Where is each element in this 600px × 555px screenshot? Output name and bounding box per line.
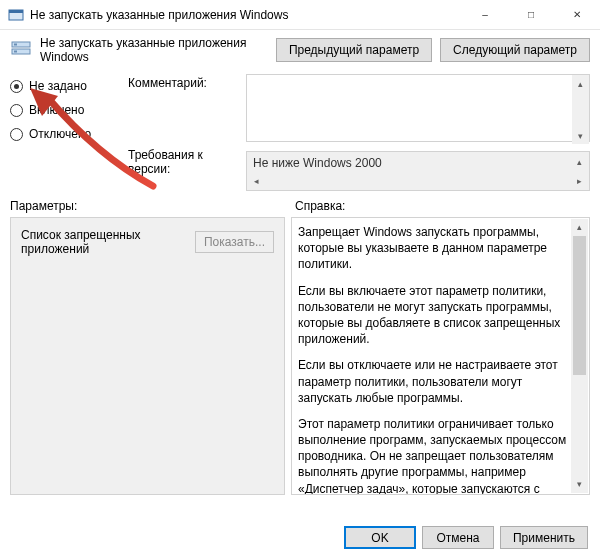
radio-disabled[interactable]: Отключено xyxy=(10,122,120,146)
show-list-button: Показать... xyxy=(195,231,274,253)
comment-label: Комментарий: xyxy=(128,74,238,98)
previous-setting-button[interactable]: Предыдущий параметр xyxy=(276,38,432,62)
cancel-button[interactable]: Отмена xyxy=(422,526,494,549)
app-icon xyxy=(8,7,24,23)
scrollbar[interactable]: ▴ ▾ xyxy=(571,219,588,493)
scroll-down-icon: ▾ xyxy=(572,127,589,144)
help-paragraph: Запрещает Windows запускать программы, к… xyxy=(298,224,569,273)
svg-rect-1 xyxy=(9,10,23,13)
scrollbar[interactable]: ▴ ▾ xyxy=(572,75,589,144)
ok-button[interactable]: OK xyxy=(344,526,416,549)
radio-dot-icon xyxy=(10,80,23,93)
scroll-up-icon: ▴ xyxy=(571,153,588,170)
policy-icon xyxy=(10,39,32,61)
radio-label: Включено xyxy=(29,103,84,117)
policy-title: Не запускать указанные приложения Window… xyxy=(40,36,268,64)
requirements-label: Требования к версии: xyxy=(128,146,238,170)
radio-label: Отключено xyxy=(29,127,91,141)
help-panel: Запрещает Windows запускать программы, к… xyxy=(291,217,590,495)
next-setting-button[interactable]: Следующий параметр xyxy=(440,38,590,62)
scroll-down-icon: ▾ xyxy=(571,476,588,493)
help-paragraph: Если вы отключаете или не настраиваете э… xyxy=(298,357,569,406)
scroll-left-icon: ◂ xyxy=(248,172,265,189)
help-paragraph: Если вы включаете этот параметр политики… xyxy=(298,283,569,348)
window-title: Не запускать указанные приложения Window… xyxy=(30,8,462,22)
requirements-value: Не ниже Windows 2000 xyxy=(253,156,382,170)
help-paragraph: Этот параметр политики ограничивает толь… xyxy=(298,416,569,495)
blocked-apps-list-label: Список запрещенных приложений xyxy=(21,228,185,256)
help-label: Справка: xyxy=(295,199,345,213)
svg-rect-5 xyxy=(14,51,17,53)
minimize-button[interactable]: – xyxy=(462,0,508,29)
scrollbar-horizontal[interactable]: ◂ ▸ xyxy=(248,172,588,189)
radio-dot-icon xyxy=(10,128,23,141)
radio-label: Не задано xyxy=(29,79,87,93)
requirements-box: Не ниже Windows 2000 ▴ ▾ ◂ ▸ xyxy=(246,151,590,191)
radio-enabled[interactable]: Включено xyxy=(10,98,120,122)
apply-button[interactable]: Применить xyxy=(500,526,588,549)
radio-not-configured[interactable]: Не задано xyxy=(10,74,120,98)
scroll-up-icon: ▴ xyxy=(571,219,588,236)
parameters-panel: Список запрещенных приложений Показать..… xyxy=(10,217,285,495)
maximize-button[interactable]: □ xyxy=(508,0,554,29)
parameters-label: Параметры: xyxy=(10,199,295,213)
comment-field[interactable] xyxy=(246,74,590,142)
close-button[interactable]: ✕ xyxy=(554,0,600,29)
scroll-thumb[interactable] xyxy=(573,236,586,375)
svg-rect-4 xyxy=(14,44,17,46)
scroll-right-icon: ▸ xyxy=(571,172,588,189)
scroll-up-icon: ▴ xyxy=(572,75,589,92)
radio-dot-icon xyxy=(10,104,23,117)
